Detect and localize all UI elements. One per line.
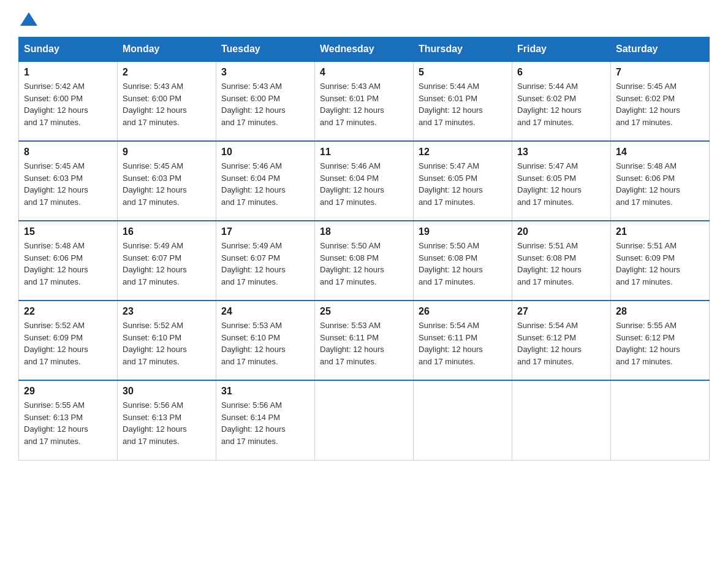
day-number: 21 — [616, 226, 704, 237]
calendar-cell: 10Sunrise: 5:46 AMSunset: 6:04 PMDayligh… — [216, 141, 315, 221]
calendar-cell: 22Sunrise: 5:52 AMSunset: 6:09 PMDayligh… — [19, 301, 118, 380]
day-number: 3 — [221, 67, 309, 78]
day-info: Sunrise: 5:44 AMSunset: 6:01 PMDaylight:… — [419, 80, 507, 128]
day-info: Sunrise: 5:54 AMSunset: 6:12 PMDaylight:… — [517, 320, 605, 367]
calendar-week-row: 29Sunrise: 5:55 AMSunset: 6:13 PMDayligh… — [19, 380, 710, 460]
calendar-cell: 23Sunrise: 5:52 AMSunset: 6:10 PMDayligh… — [118, 301, 216, 380]
calendar-header: SundayMondayTuesdayWednesdayThursdayFrid… — [19, 37, 710, 62]
day-number: 20 — [517, 226, 605, 237]
page-header — [18, 12, 710, 25]
day-number: 5 — [419, 67, 507, 78]
day-info: Sunrise: 5:55 AMSunset: 6:12 PMDaylight:… — [616, 320, 704, 367]
calendar-table: SundayMondayTuesdayWednesdayThursdayFrid… — [18, 37, 710, 461]
calendar-cell: 27Sunrise: 5:54 AMSunset: 6:12 PMDayligh… — [512, 301, 611, 380]
calendar-week-row: 15Sunrise: 5:48 AMSunset: 6:06 PMDayligh… — [19, 221, 710, 301]
calendar-cell: 15Sunrise: 5:48 AMSunset: 6:06 PMDayligh… — [19, 221, 118, 301]
day-number: 16 — [123, 226, 211, 237]
calendar-cell — [611, 380, 710, 460]
weekday-header-thursday: Thursday — [414, 37, 512, 62]
day-info: Sunrise: 5:56 AMSunset: 6:14 PMDaylight:… — [221, 399, 309, 447]
day-number: 1 — [24, 67, 112, 78]
day-number: 28 — [616, 306, 704, 317]
day-info: Sunrise: 5:50 AMSunset: 6:08 PMDaylight:… — [419, 240, 507, 288]
day-number: 8 — [24, 147, 112, 158]
day-info: Sunrise: 5:45 AMSunset: 6:02 PMDaylight:… — [616, 80, 704, 128]
calendar-cell: 2Sunrise: 5:43 AMSunset: 6:00 PMDaylight… — [118, 61, 216, 141]
day-number: 10 — [221, 147, 309, 158]
weekday-header-monday: Monday — [118, 37, 216, 62]
day-info: Sunrise: 5:47 AMSunset: 6:05 PMDaylight:… — [517, 160, 605, 208]
logo — [18, 12, 37, 25]
calendar-cell: 13Sunrise: 5:47 AMSunset: 6:05 PMDayligh… — [512, 141, 611, 221]
day-number: 26 — [419, 306, 507, 317]
calendar-cell: 21Sunrise: 5:51 AMSunset: 6:09 PMDayligh… — [611, 221, 710, 301]
day-number: 2 — [123, 67, 211, 78]
calendar-cell: 7Sunrise: 5:45 AMSunset: 6:02 PMDaylight… — [611, 61, 710, 141]
day-number: 17 — [221, 226, 309, 237]
calendar-cell: 3Sunrise: 5:43 AMSunset: 6:00 PMDaylight… — [216, 61, 315, 141]
calendar-cell: 14Sunrise: 5:48 AMSunset: 6:06 PMDayligh… — [611, 141, 710, 221]
logo-line1 — [18, 12, 37, 25]
day-number: 14 — [616, 147, 704, 158]
day-info: Sunrise: 5:44 AMSunset: 6:02 PMDaylight:… — [517, 80, 605, 128]
day-number: 6 — [517, 67, 605, 78]
calendar-cell: 6Sunrise: 5:44 AMSunset: 6:02 PMDaylight… — [512, 61, 611, 141]
calendar-cell: 18Sunrise: 5:50 AMSunset: 6:08 PMDayligh… — [315, 221, 414, 301]
day-number: 27 — [517, 306, 605, 317]
day-number: 7 — [616, 67, 704, 78]
day-info: Sunrise: 5:48 AMSunset: 6:06 PMDaylight:… — [24, 240, 112, 288]
day-info: Sunrise: 5:46 AMSunset: 6:04 PMDaylight:… — [320, 160, 408, 208]
day-info: Sunrise: 5:53 AMSunset: 6:10 PMDaylight:… — [221, 320, 309, 367]
calendar-cell: 25Sunrise: 5:53 AMSunset: 6:11 PMDayligh… — [315, 301, 414, 380]
calendar-cell: 17Sunrise: 5:49 AMSunset: 6:07 PMDayligh… — [216, 221, 315, 301]
day-number: 11 — [320, 147, 408, 158]
day-info: Sunrise: 5:51 AMSunset: 6:09 PMDaylight:… — [616, 240, 704, 288]
calendar-cell: 30Sunrise: 5:56 AMSunset: 6:13 PMDayligh… — [118, 380, 216, 460]
day-info: Sunrise: 5:52 AMSunset: 6:09 PMDaylight:… — [24, 320, 112, 367]
calendar-body: 1Sunrise: 5:42 AMSunset: 6:00 PMDaylight… — [19, 61, 710, 460]
day-info: Sunrise: 5:51 AMSunset: 6:08 PMDaylight:… — [517, 240, 605, 288]
day-number: 12 — [419, 147, 507, 158]
day-number: 24 — [221, 306, 309, 317]
calendar-cell: 16Sunrise: 5:49 AMSunset: 6:07 PMDayligh… — [118, 221, 216, 301]
calendar-cell: 1Sunrise: 5:42 AMSunset: 6:00 PMDaylight… — [19, 61, 118, 141]
day-number: 9 — [123, 147, 211, 158]
weekday-header-row: SundayMondayTuesdayWednesdayThursdayFrid… — [19, 37, 710, 62]
calendar-cell: 4Sunrise: 5:43 AMSunset: 6:01 PMDaylight… — [315, 61, 414, 141]
day-info: Sunrise: 5:48 AMSunset: 6:06 PMDaylight:… — [616, 160, 704, 208]
calendar-cell: 29Sunrise: 5:55 AMSunset: 6:13 PMDayligh… — [19, 380, 118, 460]
calendar-cell — [315, 380, 414, 460]
day-number: 13 — [517, 147, 605, 158]
day-info: Sunrise: 5:50 AMSunset: 6:08 PMDaylight:… — [320, 240, 408, 288]
day-info: Sunrise: 5:53 AMSunset: 6:11 PMDaylight:… — [320, 320, 408, 367]
day-number: 30 — [123, 386, 211, 397]
weekday-header-wednesday: Wednesday — [315, 37, 414, 62]
day-info: Sunrise: 5:54 AMSunset: 6:11 PMDaylight:… — [419, 320, 507, 367]
calendar-cell: 28Sunrise: 5:55 AMSunset: 6:12 PMDayligh… — [611, 301, 710, 380]
day-number: 22 — [24, 306, 112, 317]
weekday-header-friday: Friday — [512, 37, 611, 62]
day-info: Sunrise: 5:47 AMSunset: 6:05 PMDaylight:… — [419, 160, 507, 208]
calendar-week-row: 8Sunrise: 5:45 AMSunset: 6:03 PMDaylight… — [19, 141, 710, 221]
day-info: Sunrise: 5:49 AMSunset: 6:07 PMDaylight:… — [123, 240, 211, 288]
day-info: Sunrise: 5:45 AMSunset: 6:03 PMDaylight:… — [123, 160, 211, 208]
day-info: Sunrise: 5:46 AMSunset: 6:04 PMDaylight:… — [221, 160, 309, 208]
calendar-cell: 19Sunrise: 5:50 AMSunset: 6:08 PMDayligh… — [414, 221, 512, 301]
day-info: Sunrise: 5:43 AMSunset: 6:00 PMDaylight:… — [221, 80, 309, 128]
day-info: Sunrise: 5:56 AMSunset: 6:13 PMDaylight:… — [123, 399, 211, 447]
calendar-cell: 26Sunrise: 5:54 AMSunset: 6:11 PMDayligh… — [414, 301, 512, 380]
day-number: 31 — [221, 386, 309, 397]
logo-triangle-icon — [20, 12, 37, 26]
day-info: Sunrise: 5:42 AMSunset: 6:00 PMDaylight:… — [24, 80, 112, 128]
day-number: 19 — [419, 226, 507, 237]
calendar-cell: 8Sunrise: 5:45 AMSunset: 6:03 PMDaylight… — [19, 141, 118, 221]
day-info: Sunrise: 5:55 AMSunset: 6:13 PMDaylight:… — [24, 399, 112, 447]
calendar-cell: 20Sunrise: 5:51 AMSunset: 6:08 PMDayligh… — [512, 221, 611, 301]
day-info: Sunrise: 5:52 AMSunset: 6:10 PMDaylight:… — [123, 320, 211, 367]
calendar-week-row: 1Sunrise: 5:42 AMSunset: 6:00 PMDaylight… — [19, 61, 710, 141]
calendar-cell: 5Sunrise: 5:44 AMSunset: 6:01 PMDaylight… — [414, 61, 512, 141]
day-info: Sunrise: 5:49 AMSunset: 6:07 PMDaylight:… — [221, 240, 309, 288]
calendar-cell: 31Sunrise: 5:56 AMSunset: 6:14 PMDayligh… — [216, 380, 315, 460]
day-info: Sunrise: 5:43 AMSunset: 6:00 PMDaylight:… — [123, 80, 211, 128]
calendar-week-row: 22Sunrise: 5:52 AMSunset: 6:09 PMDayligh… — [19, 301, 710, 380]
